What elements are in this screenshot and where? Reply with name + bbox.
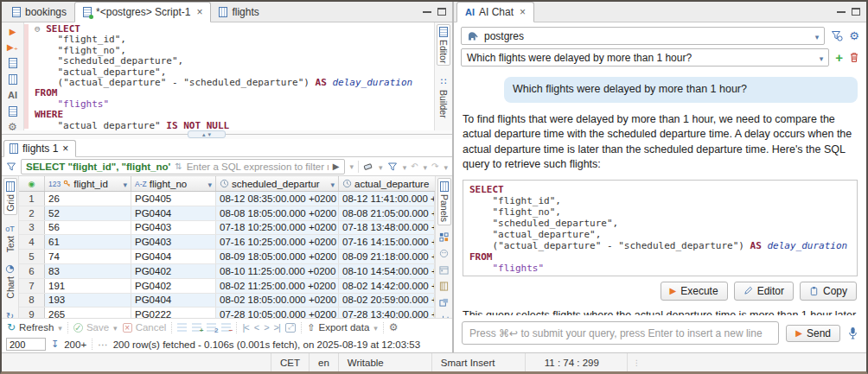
table-row[interactable]: 8 193 PG0404 08-02 18:05:00.000 +0200 08… bbox=[19, 294, 435, 308]
insert-mode-indicator[interactable]: Smart Insert bbox=[432, 353, 526, 371]
cell-flight-id[interactable]: 52 bbox=[45, 206, 131, 220]
minimize-icon[interactable] bbox=[423, 10, 431, 13]
row-count-badge[interactable]: 200+ bbox=[64, 339, 86, 350]
edit-cell-icon[interactable] bbox=[177, 323, 187, 332]
cell-flight-id[interactable]: 61 bbox=[45, 235, 131, 249]
cell-flight-id[interactable]: 193 bbox=[45, 294, 131, 307]
first-row-icon[interactable]: |< bbox=[242, 322, 248, 333]
sql-editor[interactable]: ⊖ SELECT "flight_id", "flight_no", "sche… bbox=[29, 22, 434, 130]
tab-script-1[interactable]: *<postgres> Script-1 × bbox=[74, 2, 211, 22]
execute-new-tab-icon[interactable]: ▶₊ bbox=[7, 42, 18, 52]
panel-references-icon[interactable] bbox=[439, 298, 449, 307]
tab-panels[interactable]: Panels bbox=[437, 178, 451, 225]
eraser-icon[interactable] bbox=[363, 162, 373, 172]
sql-code-block[interactable]: SELECT "flight_id", "flight_no", "schedu… bbox=[463, 180, 858, 276]
ai-settings-icon[interactable]: ⚙ bbox=[849, 31, 859, 41]
tab-editor-view[interactable]: Editor bbox=[437, 24, 450, 66]
add-row-icon[interactable] bbox=[192, 323, 201, 332]
grid-settings-icon[interactable]: ⚙ bbox=[389, 323, 399, 333]
table-row[interactable]: 5 74 PG0404 08-09 18:05:00.000 +0200 08-… bbox=[19, 250, 435, 264]
execute-script-icon[interactable] bbox=[9, 74, 17, 85]
sort-dropdown-icon[interactable] bbox=[206, 179, 212, 189]
close-icon[interactable]: × bbox=[520, 6, 526, 18]
microphone-icon[interactable] bbox=[847, 326, 858, 339]
cell-scheduled-departure[interactable]: 07-28 10:05:00.000 +0200 bbox=[216, 307, 339, 318]
row-number[interactable]: 3 bbox=[19, 221, 45, 235]
cell-flight-no[interactable]: PG0403 bbox=[131, 221, 216, 235]
cell-flight-id[interactable]: 191 bbox=[45, 279, 131, 293]
sort-dropdown-icon[interactable] bbox=[121, 179, 127, 189]
back-icon[interactable]: ↶ bbox=[411, 162, 418, 171]
table-row[interactable]: 6 83 PG0402 08-10 11:25:00.000 +0200 08-… bbox=[19, 264, 435, 279]
cell-actual-departure[interactable]: 08-10 14:54:00.000 +0 bbox=[339, 264, 435, 278]
question-select[interactable]: Which flights were delayed by more than … bbox=[461, 48, 829, 67]
tab-grid-view[interactable]: Grid bbox=[3, 178, 17, 215]
row-selector-header[interactable]: ◉ bbox=[19, 176, 45, 191]
execute-statement-icon[interactable]: ▶ bbox=[10, 27, 16, 36]
tab-flights-1[interactable]: flights 1 × bbox=[3, 140, 76, 157]
row-number[interactable]: 1 bbox=[19, 192, 45, 206]
cell-flight-no[interactable]: PG0404 bbox=[131, 206, 216, 220]
tab-text-view[interactable]: oT Text bbox=[4, 222, 16, 255]
tab-bookings[interactable]: bookings bbox=[4, 2, 74, 22]
column-header-flight-no[interactable]: A-Z flight_no bbox=[131, 176, 216, 191]
cell-flight-no[interactable]: PG0402 bbox=[131, 279, 216, 293]
column-header-scheduled-departure[interactable]: scheduled_departur bbox=[216, 176, 339, 191]
cell-flight-id[interactable]: 56 bbox=[45, 221, 131, 235]
apply-filter-icon[interactable]: ▶ bbox=[333, 162, 340, 171]
table-row[interactable]: 1 26 PG0405 08-12 08:35:00.000 +0200 08-… bbox=[19, 192, 435, 206]
panel-calendar-icon[interactable] bbox=[439, 265, 449, 275]
cell-flight-no[interactable]: PG0222 bbox=[131, 307, 216, 318]
fetch-all-icon[interactable]: ↧ bbox=[51, 339, 59, 350]
cell-flight-no[interactable]: PG0404 bbox=[131, 294, 216, 307]
maximize-icon[interactable] bbox=[852, 8, 860, 16]
chat-input[interactable] bbox=[462, 321, 779, 345]
explain-plan-icon[interactable] bbox=[9, 58, 17, 68]
open-in-editor-button[interactable]: Editor bbox=[734, 282, 794, 301]
tab-record-view[interactable]: ↻ Record bbox=[4, 308, 16, 318]
panel-value-viewer-icon[interactable] bbox=[439, 249, 449, 258]
cell-scheduled-departure[interactable]: 07-18 10:25:00.000 +0200 bbox=[216, 221, 339, 235]
sort-dropdown-icon[interactable] bbox=[329, 179, 335, 189]
expand-filter-icon[interactable]: ⇅ bbox=[175, 162, 182, 171]
editor-results-splitter[interactable]: ▴ ▾ bbox=[2, 130, 452, 139]
cell-flight-no[interactable]: PG0404 bbox=[131, 250, 216, 263]
panel-grouping-icon[interactable] bbox=[439, 232, 449, 242]
output-console-icon[interactable] bbox=[9, 106, 17, 117]
row-number[interactable]: 5 bbox=[19, 250, 45, 263]
tab-flights[interactable]: flights bbox=[211, 2, 266, 22]
row-number[interactable]: 8 bbox=[19, 294, 45, 307]
scope-filter-icon[interactable] bbox=[831, 30, 843, 41]
cell-flight-id[interactable]: 26 bbox=[45, 192, 131, 206]
cell-actual-departure[interactable]: 08-09 21:18:00.000 +0 bbox=[339, 250, 435, 263]
filter-history-dropdown-icon[interactable] bbox=[349, 162, 354, 171]
connection-select[interactable]: postgres bbox=[461, 27, 825, 45]
timezone-indicator[interactable]: CET bbox=[271, 353, 310, 371]
cell-actual-departure[interactable]: 08-02 20:59:00.000 +0 bbox=[339, 294, 435, 307]
execute-button[interactable]: ▶ Execute bbox=[661, 282, 728, 301]
row-number[interactable]: 2 bbox=[19, 206, 45, 220]
save-button[interactable]: ✓ Save bbox=[73, 322, 118, 333]
row-number[interactable]: 7 bbox=[19, 279, 45, 293]
cell-flight-no[interactable]: PG0403 bbox=[131, 235, 216, 249]
language-indicator[interactable]: en bbox=[310, 353, 339, 371]
table-row[interactable]: 3 56 PG0403 07-18 10:25:00.000 +0200 07-… bbox=[19, 221, 435, 236]
statusbar-handle-icon[interactable]: ⋮ bbox=[628, 358, 647, 367]
cell-actual-departure[interactable]: 07-16 14:15:00.000 +0 bbox=[339, 235, 435, 249]
splitter-grip[interactable]: ▴ ▾ bbox=[188, 130, 226, 138]
cell-actual-departure[interactable]: 08-08 21:05:00.000 +0 bbox=[339, 206, 435, 220]
previous-row-icon[interactable]: < bbox=[254, 322, 258, 333]
select-all-icon[interactable]: ◉ bbox=[29, 180, 35, 188]
tab-chart-view[interactable]: Chart bbox=[4, 262, 16, 301]
ai-assistant-icon[interactable]: AI bbox=[8, 91, 17, 100]
cell-actual-departure[interactable]: 07-18 13:48:00.000 +0 bbox=[339, 221, 435, 235]
column-header-actual-departure[interactable]: actual_departure bbox=[339, 176, 435, 191]
cell-scheduled-departure[interactable]: 08-02 11:25:00.000 +0200 bbox=[216, 279, 339, 293]
table-row[interactable]: 7 191 PG0402 08-02 11:25:00.000 +0200 08… bbox=[19, 279, 435, 294]
more-icon[interactable]: ⋯ bbox=[98, 339, 108, 351]
send-button[interactable]: ▶ Send bbox=[786, 325, 840, 342]
refresh-button[interactable]: ↻ Refresh bbox=[7, 321, 62, 333]
row-number[interactable]: 9 bbox=[19, 307, 45, 318]
cell-scheduled-departure[interactable]: 08-10 11:25:00.000 +0200 bbox=[216, 264, 339, 278]
fetch-size-input[interactable] bbox=[6, 338, 46, 351]
